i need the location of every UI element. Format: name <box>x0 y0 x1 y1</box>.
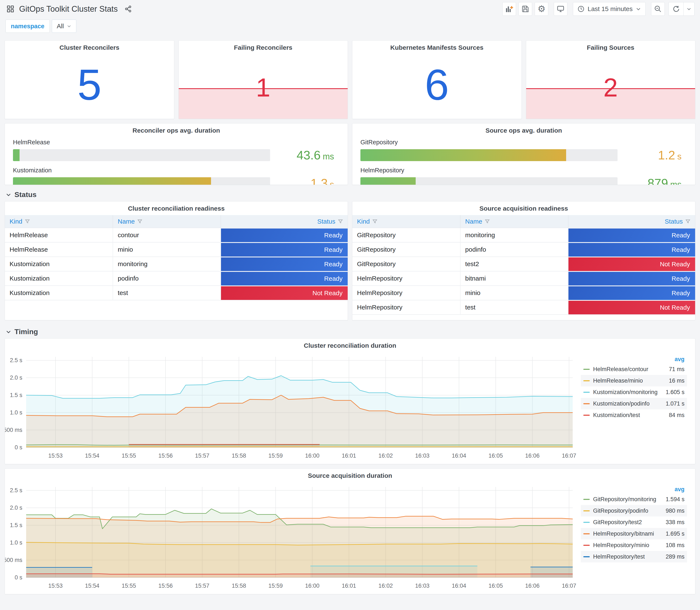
monitor-icon <box>556 5 565 13</box>
series-avg-value: 84 ms <box>669 412 684 418</box>
table-row: HelmRepositoryminioReady <box>352 286 695 300</box>
stat-value: 1 <box>256 75 270 100</box>
status-badge: Ready <box>568 272 695 286</box>
panel-source-acquisition-duration: Source acquisition duration 0 s500 ms1.0… <box>5 468 695 594</box>
gauge-value: 1.2s <box>618 148 687 162</box>
stat-value: 6 <box>425 63 449 106</box>
series-name[interactable]: HelmRelease/contour <box>593 366 669 373</box>
series-name[interactable]: HelmRepository/minio <box>593 542 666 549</box>
legend-item[interactable]: HelmRepository/minio108 ms <box>581 540 687 551</box>
series-name[interactable]: GitRepository/test2 <box>593 519 666 526</box>
save-icon <box>521 5 529 13</box>
legend-item[interactable]: Kustomization/podinfo1.071 s <box>581 398 687 410</box>
column-header-status[interactable]: Status <box>221 215 348 228</box>
gauge-label: Kustomization <box>13 167 340 174</box>
legend-item[interactable]: HelmRepository/bitnami1.695 s <box>581 528 687 540</box>
cell-name: podinfo <box>113 271 221 286</box>
panel-title[interactable]: Cluster Reconcilers <box>5 41 174 51</box>
table-row: GitRepositorymonitoringReady <box>352 228 695 242</box>
cell-status: Ready <box>568 286 695 300</box>
share-icon[interactable] <box>125 5 132 13</box>
x-axis-tick-label: 15:57 <box>195 582 210 589</box>
panel-title[interactable]: Failing Reconcilers <box>179 41 348 51</box>
series-name[interactable]: Kustomization/monitoring <box>593 389 666 396</box>
status-badge: Ready <box>568 243 695 257</box>
table-row: KustomizationmonitoringReady <box>5 257 348 271</box>
legend-item[interactable]: HelmRelease/minio16 ms <box>581 375 687 386</box>
section-label: Status <box>14 190 36 199</box>
legend-item[interactable]: Kustomization/test84 ms <box>581 410 687 421</box>
legend-item[interactable]: HelmRelease/contour71 ms <box>581 364 687 375</box>
refresh-button[interactable] <box>669 2 683 16</box>
variable-label: namespace <box>5 19 50 33</box>
legend-item[interactable]: GitRepository/podinfo980 ms <box>581 505 687 516</box>
time-series-plot[interactable]: 0 s500 ms1.0 s1.5 s2.0 s2.5 s15:5315:541… <box>5 479 581 594</box>
panel-title[interactable]: Source acquisition duration <box>5 469 695 479</box>
time-series-plot[interactable]: 0 s500 ms1.0 s1.5 s2.0 s2.5 s15:5315:541… <box>5 349 581 464</box>
series-name[interactable]: HelmRepository/test <box>593 553 666 560</box>
x-axis-tick-label: 16:02 <box>378 582 393 589</box>
panel-title[interactable]: Cluster reconciliation duration <box>5 339 695 349</box>
x-axis-tick-label: 15:57 <box>195 452 210 459</box>
series-name[interactable]: HelmRelease/minio <box>593 378 669 384</box>
time-range-picker[interactable]: Last 15 minutes <box>573 2 646 16</box>
filter-icon <box>372 219 377 224</box>
series-name[interactable]: HelmRepository/bitnami <box>593 530 666 537</box>
panel-title[interactable]: Source acquisition readiness <box>352 202 695 212</box>
section-status-toggle[interactable]: Status <box>5 190 695 199</box>
dashboard-page: GitOps Toolkit Cluster Stats ⚙ <box>0 0 700 610</box>
series-avg-value: 16 ms <box>669 378 684 384</box>
cell-status: Ready <box>568 228 695 242</box>
gauge-label: GitRepository <box>360 139 687 146</box>
panel-source-acquisition-readiness: Source acquisition readiness Kind Name S… <box>352 201 695 320</box>
series-color-swatch <box>583 510 590 511</box>
x-axis-tick-label: 15:54 <box>85 452 99 459</box>
y-axis-tick-label: 1.5 s <box>10 522 22 528</box>
panel-title[interactable]: Cluster reconciliation readiness <box>5 202 348 212</box>
series-color-swatch <box>583 499 590 500</box>
cell-kind: HelmRelease <box>5 228 113 242</box>
namespace-variable-select[interactable]: All <box>52 19 76 33</box>
cycle-view-button[interactable] <box>554 2 567 16</box>
series-avg-value: 980 ms <box>666 508 684 514</box>
panel-title[interactable]: Kubernetes Manifests Sources <box>352 41 521 51</box>
series-name[interactable]: GitRepository/podinfo <box>593 508 666 514</box>
cell-kind: GitRepository <box>352 257 460 271</box>
status-badge: Not Ready <box>568 257 695 271</box>
readiness-table: Kind Name Status HelmReleasecontourReady… <box>5 215 348 300</box>
section-timing-toggle[interactable]: Timing <box>5 327 695 336</box>
panel-title[interactable]: Reconciler ops avg. duration <box>13 124 340 134</box>
y-axis-tick-label: 0 s <box>15 574 22 581</box>
column-header-name[interactable]: Name <box>460 215 568 228</box>
cell-name: minio <box>113 242 221 257</box>
legend-avg-header[interactable]: avg <box>581 485 687 494</box>
panel-source-ops-duration: Source ops avg. duration GitRepository 1… <box>352 123 695 185</box>
zoom-out-time-button[interactable] <box>651 2 665 16</box>
refresh-icon <box>672 5 680 13</box>
legend-item[interactable]: GitRepository/monitoring1.594 s <box>581 494 687 505</box>
cell-status: Not Ready <box>568 300 695 315</box>
column-header-kind[interactable]: Kind <box>352 215 460 228</box>
panel-title[interactable]: Failing Sources <box>526 41 695 51</box>
status-badge: Ready <box>221 272 348 286</box>
dashboard-settings-button[interactable]: ⚙ <box>535 2 548 16</box>
save-dashboard-button[interactable] <box>519 2 532 16</box>
column-header-status[interactable]: Status <box>568 215 695 228</box>
series-name[interactable]: Kustomization/test <box>593 412 669 418</box>
add-panel-button[interactable] <box>502 2 516 16</box>
legend-item[interactable]: HelmRepository/test289 ms <box>581 551 687 562</box>
column-header-kind[interactable]: Kind <box>5 215 113 228</box>
series-name[interactable]: GitRepository/monitoring <box>593 496 666 503</box>
series-avg-value: 1.695 s <box>666 530 684 537</box>
legend-item[interactable]: GitRepository/test2338 ms <box>581 516 687 528</box>
legend-item[interactable]: Kustomization/monitoring1.605 s <box>581 386 687 398</box>
x-axis-tick-label: 15:59 <box>268 582 283 589</box>
add-panel-icon <box>505 5 514 13</box>
panel-title[interactable]: Source ops avg. duration <box>360 124 687 134</box>
x-axis-tick-label: 16:00 <box>305 582 320 589</box>
legend-avg-header[interactable]: avg <box>581 355 687 364</box>
column-header-name[interactable]: Name <box>113 215 221 228</box>
cell-status: Not Ready <box>568 257 695 271</box>
series-name[interactable]: Kustomization/podinfo <box>593 400 666 407</box>
refresh-interval-button[interactable] <box>683 2 695 16</box>
